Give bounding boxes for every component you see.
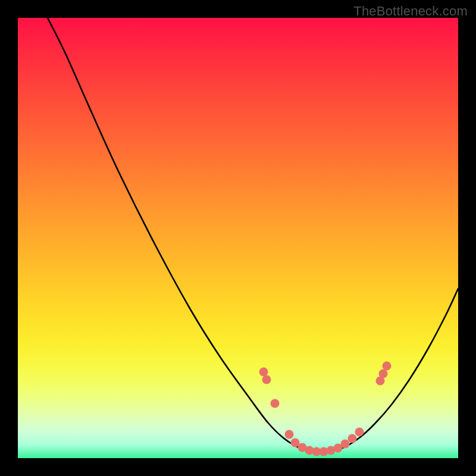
highlight-dot	[259, 368, 268, 377]
highlight-dot	[383, 362, 392, 371]
highlight-dot	[355, 428, 364, 437]
curve-svg	[18, 18, 458, 458]
highlight-dot	[341, 440, 350, 449]
bottleneck-curve	[48, 18, 458, 452]
highlight-dot	[379, 369, 388, 378]
chart-frame: TheBottleneck.com	[0, 0, 476, 476]
highlight-dot	[348, 434, 357, 443]
plot-area	[18, 18, 458, 458]
watermark-text: TheBottleneck.com	[353, 4, 468, 19]
highlight-dot	[285, 430, 294, 439]
highlight-dot	[262, 375, 271, 384]
highlight-dot	[271, 399, 280, 408]
highlight-dots-group	[259, 362, 392, 456]
